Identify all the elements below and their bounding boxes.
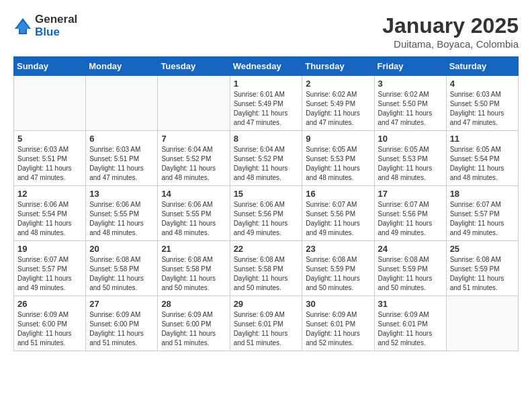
calendar-cell: 15Sunrise: 6:06 AM Sunset: 5:56 PM Dayli…	[230, 186, 302, 241]
day-info: Sunrise: 6:03 AM Sunset: 5:51 PM Dayligh…	[89, 145, 154, 183]
weekday-header: Friday	[374, 57, 446, 76]
day-number: 24	[378, 244, 443, 254]
calendar-cell: 24Sunrise: 6:08 AM Sunset: 5:59 PM Dayli…	[374, 241, 446, 296]
day-number: 9	[306, 134, 370, 144]
weekday-header: Monday	[86, 57, 158, 76]
day-info: Sunrise: 6:08 AM Sunset: 5:58 PM Dayligh…	[161, 255, 226, 293]
calendar-cell	[14, 76, 86, 131]
day-number: 2	[306, 79, 370, 89]
calendar-cell: 9Sunrise: 6:05 AM Sunset: 5:53 PM Daylig…	[302, 131, 374, 186]
day-number: 28	[161, 299, 226, 309]
day-info: Sunrise: 6:08 AM Sunset: 5:59 PM Dayligh…	[450, 255, 515, 293]
day-info: Sunrise: 6:07 AM Sunset: 5:57 PM Dayligh…	[17, 255, 82, 293]
day-number: 26	[17, 299, 82, 309]
calendar-cell: 28Sunrise: 6:09 AM Sunset: 6:00 PM Dayli…	[158, 296, 230, 351]
calendar-cell: 12Sunrise: 6:06 AM Sunset: 5:54 PM Dayli…	[14, 186, 86, 241]
day-number: 12	[17, 189, 82, 199]
day-number: 19	[17, 244, 82, 254]
calendar-cell: 5Sunrise: 6:03 AM Sunset: 5:51 PM Daylig…	[14, 131, 86, 186]
weekday-header: Tuesday	[158, 57, 230, 76]
day-info: Sunrise: 6:08 AM Sunset: 5:59 PM Dayligh…	[378, 255, 443, 293]
calendar-cell: 7Sunrise: 6:04 AM Sunset: 5:52 PM Daylig…	[158, 131, 230, 186]
calendar-cell: 14Sunrise: 6:06 AM Sunset: 5:55 PM Dayli…	[158, 186, 230, 241]
day-number: 20	[89, 244, 154, 254]
weekday-header: Saturday	[446, 57, 518, 76]
month-year-title: January 2025	[382, 13, 519, 38]
day-info: Sunrise: 6:07 AM Sunset: 5:57 PM Dayligh…	[450, 200, 515, 238]
calendar-cell: 11Sunrise: 6:05 AM Sunset: 5:54 PM Dayli…	[446, 131, 518, 186]
calendar-cell	[158, 76, 230, 131]
calendar-cell: 10Sunrise: 6:05 AM Sunset: 5:53 PM Dayli…	[374, 131, 446, 186]
day-number: 30	[306, 299, 370, 309]
calendar-cell: 23Sunrise: 6:08 AM Sunset: 5:59 PM Dayli…	[302, 241, 374, 296]
day-info: Sunrise: 6:08 AM Sunset: 5:58 PM Dayligh…	[89, 255, 154, 293]
day-number: 21	[161, 244, 226, 254]
calendar-cell	[446, 296, 518, 351]
calendar-cell: 16Sunrise: 6:07 AM Sunset: 5:56 PM Dayli…	[302, 186, 374, 241]
weekday-header: Sunday	[14, 57, 86, 76]
page-header: General Blue January 2025 Duitama, Boyac…	[13, 13, 519, 50]
calendar-cell: 17Sunrise: 6:07 AM Sunset: 5:56 PM Dayli…	[374, 186, 446, 241]
day-number: 11	[450, 134, 515, 144]
day-number: 7	[161, 134, 226, 144]
day-info: Sunrise: 6:09 AM Sunset: 6:01 PM Dayligh…	[234, 310, 299, 348]
day-info: Sunrise: 6:07 AM Sunset: 5:56 PM Dayligh…	[306, 200, 370, 238]
calendar-cell: 30Sunrise: 6:09 AM Sunset: 6:01 PM Dayli…	[302, 296, 374, 351]
calendar-cell: 26Sunrise: 6:09 AM Sunset: 6:00 PM Dayli…	[14, 296, 86, 351]
calendar-table: SundayMondayTuesdayWednesdayThursdayFrid…	[13, 56, 519, 351]
weekday-header: Thursday	[302, 57, 374, 76]
logo: General Blue	[13, 13, 77, 38]
calendar-week-row: 26Sunrise: 6:09 AM Sunset: 6:00 PM Dayli…	[14, 296, 519, 351]
day-number: 4	[450, 79, 515, 89]
calendar-cell: 31Sunrise: 6:09 AM Sunset: 6:01 PM Dayli…	[374, 296, 446, 351]
day-info: Sunrise: 6:04 AM Sunset: 5:52 PM Dayligh…	[161, 145, 226, 183]
calendar-week-row: 1Sunrise: 6:01 AM Sunset: 5:49 PM Daylig…	[14, 76, 519, 131]
day-info: Sunrise: 6:05 AM Sunset: 5:53 PM Dayligh…	[306, 145, 370, 183]
day-number: 18	[450, 189, 515, 199]
day-info: Sunrise: 6:05 AM Sunset: 5:54 PM Dayligh…	[450, 145, 515, 183]
day-info: Sunrise: 6:08 AM Sunset: 5:59 PM Dayligh…	[306, 255, 370, 293]
day-number: 13	[89, 189, 154, 199]
day-info: Sunrise: 6:06 AM Sunset: 5:55 PM Dayligh…	[161, 200, 226, 238]
day-info: Sunrise: 6:04 AM Sunset: 5:52 PM Dayligh…	[234, 145, 299, 183]
calendar-cell	[86, 76, 158, 131]
day-info: Sunrise: 6:07 AM Sunset: 5:56 PM Dayligh…	[378, 200, 443, 238]
day-number: 16	[306, 189, 370, 199]
day-number: 27	[89, 299, 154, 309]
calendar-cell: 3Sunrise: 6:02 AM Sunset: 5:50 PM Daylig…	[374, 76, 446, 131]
calendar-cell: 1Sunrise: 6:01 AM Sunset: 5:49 PM Daylig…	[230, 76, 302, 131]
day-number: 29	[234, 299, 299, 309]
calendar-cell: 19Sunrise: 6:07 AM Sunset: 5:57 PM Dayli…	[14, 241, 86, 296]
day-number: 17	[378, 189, 443, 199]
day-number: 23	[306, 244, 370, 254]
day-info: Sunrise: 6:01 AM Sunset: 5:49 PM Dayligh…	[234, 90, 299, 128]
day-info: Sunrise: 6:03 AM Sunset: 5:51 PM Dayligh…	[17, 145, 82, 183]
calendar-cell: 18Sunrise: 6:07 AM Sunset: 5:57 PM Dayli…	[446, 186, 518, 241]
day-info: Sunrise: 6:06 AM Sunset: 5:55 PM Dayligh…	[89, 200, 154, 238]
weekday-header: Wednesday	[230, 57, 302, 76]
calendar-week-row: 12Sunrise: 6:06 AM Sunset: 5:54 PM Dayli…	[14, 186, 519, 241]
calendar-cell: 25Sunrise: 6:08 AM Sunset: 5:59 PM Dayli…	[446, 241, 518, 296]
calendar-cell: 22Sunrise: 6:08 AM Sunset: 5:58 PM Dayli…	[230, 241, 302, 296]
day-info: Sunrise: 6:09 AM Sunset: 6:00 PM Dayligh…	[161, 310, 226, 348]
day-info: Sunrise: 6:02 AM Sunset: 5:50 PM Dayligh…	[378, 90, 443, 128]
calendar-cell: 29Sunrise: 6:09 AM Sunset: 6:01 PM Dayli…	[230, 296, 302, 351]
logo-icon	[13, 17, 32, 36]
day-info: Sunrise: 6:08 AM Sunset: 5:58 PM Dayligh…	[234, 255, 299, 293]
day-info: Sunrise: 6:05 AM Sunset: 5:53 PM Dayligh…	[378, 145, 443, 183]
day-number: 10	[378, 134, 443, 144]
day-number: 22	[234, 244, 299, 254]
day-info: Sunrise: 6:09 AM Sunset: 6:00 PM Dayligh…	[17, 310, 82, 348]
day-number: 31	[378, 299, 443, 309]
day-info: Sunrise: 6:09 AM Sunset: 6:01 PM Dayligh…	[306, 310, 370, 348]
logo-text-line1: General	[35, 13, 77, 26]
day-number: 15	[234, 189, 299, 199]
calendar-header-row: SundayMondayTuesdayWednesdayThursdayFrid…	[14, 57, 519, 76]
title-block: January 2025 Duitama, Boyaca, Colombia	[382, 13, 519, 50]
day-number: 3	[378, 79, 443, 89]
day-info: Sunrise: 6:02 AM Sunset: 5:49 PM Dayligh…	[306, 90, 370, 128]
svg-marker-1	[16, 21, 30, 33]
calendar-cell: 2Sunrise: 6:02 AM Sunset: 5:49 PM Daylig…	[302, 76, 374, 131]
day-number: 1	[234, 79, 299, 89]
calendar-cell: 4Sunrise: 6:03 AM Sunset: 5:50 PM Daylig…	[446, 76, 518, 131]
